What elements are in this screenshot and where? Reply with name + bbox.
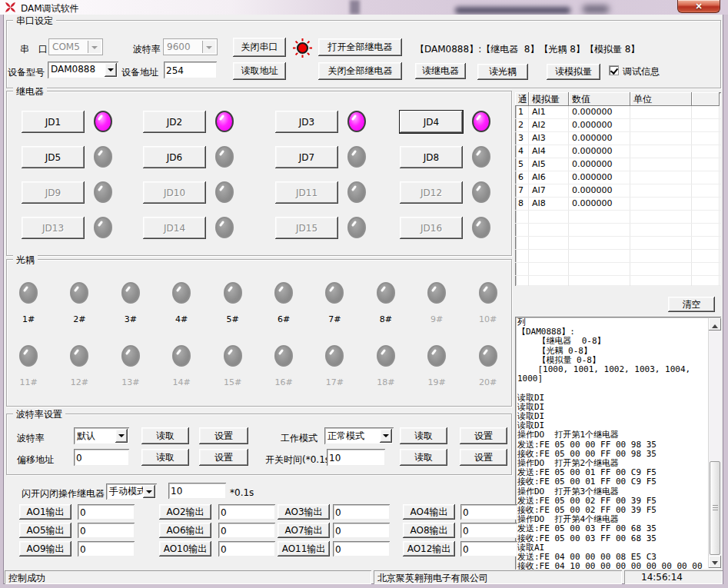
relay-button-jd12[interactable]: JD12	[400, 181, 463, 204]
work-mode-combobox[interactable]: 正常模式	[324, 427, 394, 444]
opto-led-16	[274, 345, 293, 367]
work-mode-read-button[interactable]: 读取	[400, 427, 447, 444]
close-all-relays-button[interactable]: 关闭全部继电器	[318, 62, 402, 80]
relay-button-jd5[interactable]: JD5	[22, 146, 85, 168]
ao-button-ao12[interactable]: AO12输出	[403, 541, 455, 556]
log-textarea[interactable]: 列 【DAM0888】: 【继电器 0-8】 【光耦 0-8】 【模拟量 0-8…	[515, 317, 721, 570]
read-address-button[interactable]: 读取地址	[233, 62, 286, 80]
ao-value-field-2[interactable]	[218, 504, 275, 520]
ao-value-field-3[interactable]	[333, 504, 390, 520]
open-all-relays-button[interactable]: 打开全部继电器	[318, 38, 402, 56]
ao-button-ao7[interactable]: AO7输出	[278, 523, 330, 538]
table-row[interactable]: 1AI10.000000	[515, 106, 721, 119]
analog-col-header[interactable]: 模拟量	[529, 92, 569, 106]
ao-value-field-1[interactable]	[78, 504, 135, 520]
table-cell	[692, 145, 720, 158]
baud-read-button[interactable]: 读取	[141, 427, 189, 444]
ao-button-ao5[interactable]: AO5输出	[19, 523, 71, 538]
close-serial-button[interactable]: 关闭串口	[233, 38, 286, 57]
ao-value-field-4[interactable]	[460, 504, 517, 520]
read-analog-button[interactable]: 读模拟量	[547, 64, 600, 80]
scroll-up-icon[interactable]	[709, 318, 721, 331]
device-address-field[interactable]	[164, 61, 217, 78]
baudrate-combobox[interactable]: 9600	[163, 38, 218, 55]
switch-time-read-button[interactable]: 读取	[400, 449, 447, 466]
relay-button-jd2[interactable]: JD2	[143, 111, 206, 133]
table-row[interactable]: 4AI40.000000	[515, 145, 721, 158]
ao-button-ao2[interactable]: AO2输出	[159, 504, 211, 520]
relay-button-jd11[interactable]: JD11	[275, 181, 338, 204]
ao-button-ao8[interactable]: AO8输出	[403, 523, 455, 538]
scroll-down-icon[interactable]	[709, 556, 721, 568]
device-model-combobox[interactable]: DAM0888	[48, 61, 118, 78]
baud-default-combobox[interactable]: 默认	[74, 427, 129, 444]
switch-time-field[interactable]	[327, 449, 385, 466]
debug-info-checkbox[interactable]	[609, 65, 619, 75]
port-combobox[interactable]: COM5	[48, 38, 103, 55]
offset-set-button[interactable]: 设置	[199, 449, 248, 466]
ao-value-field-5[interactable]	[78, 523, 135, 538]
relay-button-jd10[interactable]: JD10	[143, 181, 206, 204]
analog-col-header[interactable]: 单位	[630, 92, 692, 106]
relay-button-jd1[interactable]: JD1	[22, 111, 85, 133]
relay-button-jd13[interactable]: JD13	[22, 217, 85, 239]
relay-button-jd7[interactable]: JD7	[275, 146, 338, 168]
chevron-down-icon[interactable]	[380, 429, 392, 443]
table-row[interactable]: 6AI60.000000	[515, 171, 721, 184]
scrollbar-thumb[interactable]	[710, 461, 720, 555]
analog-col-header[interactable]: 通	[515, 92, 529, 106]
ao-value-field-7[interactable]	[333, 523, 390, 538]
table-row[interactable]: 8AI80.000000	[515, 198, 721, 211]
ao-button-ao1[interactable]: AO1输出	[19, 504, 71, 520]
flash-unit-label: *0.1s	[230, 487, 254, 498]
chevron-down-icon[interactable]	[202, 41, 215, 53]
chevron-down-icon[interactable]	[143, 485, 155, 498]
work-mode-set-button[interactable]: 设置	[460, 427, 507, 444]
offset-read-button[interactable]: 读取	[141, 449, 189, 466]
baud-set-button[interactable]: 设置	[199, 427, 248, 444]
read-relays-button[interactable]: 读继电器	[415, 63, 466, 79]
relay-button-jd14[interactable]: JD14	[143, 217, 206, 239]
analog-col-header[interactable]: 数值	[569, 92, 630, 106]
relay-button-jd3[interactable]: JD3	[275, 111, 338, 133]
ao-button-ao3[interactable]: AO3输出	[278, 504, 330, 520]
ao-value-field-12[interactable]	[460, 541, 517, 556]
chevron-down-icon[interactable]	[105, 63, 117, 77]
table-row[interactable]: 7AI70.000000	[515, 184, 721, 198]
close-button[interactable]: ✕	[677, 0, 720, 13]
relay-button-jd15[interactable]: JD15	[275, 217, 338, 239]
analog-col-header[interactable]	[692, 92, 720, 106]
table-cell: 4	[515, 145, 529, 158]
relay-button-jd16[interactable]: JD16	[400, 217, 463, 239]
flash-time-field[interactable]	[168, 483, 226, 499]
ao-button-ao10[interactable]: AO10输出	[159, 541, 211, 556]
ao-value-field-8[interactable]	[460, 523, 517, 538]
status-time: 14:56:14	[624, 570, 723, 584]
ao-button-ao9[interactable]: AO9输出	[19, 541, 71, 556]
ao-value-field-6[interactable]	[218, 523, 275, 538]
ao-button-ao6[interactable]: AO6输出	[159, 523, 211, 538]
relay-led-jd8	[472, 146, 490, 168]
ao-value-field-10[interactable]	[218, 541, 275, 556]
ao-value-field-9[interactable]	[78, 541, 135, 556]
ao-value-field-11[interactable]	[333, 541, 390, 556]
table-cell: 0.000000	[569, 171, 630, 184]
clear-log-button[interactable]: 清空	[668, 297, 715, 312]
log-scrollbar[interactable]	[708, 318, 721, 568]
relay-button-jd9[interactable]: JD9	[22, 181, 85, 204]
relay-button-jd8[interactable]: JD8	[400, 146, 463, 168]
ao-button-ao4[interactable]: AO4输出	[403, 504, 455, 520]
flash-mode-combobox[interactable]: 手动模式	[106, 483, 157, 500]
chevron-down-icon[interactable]	[88, 41, 101, 53]
table-row[interactable]: 3AI30.000000	[515, 132, 721, 145]
table-row[interactable]: 5AI50.000000	[515, 158, 721, 171]
relay-button-jd4[interactable]: JD4	[400, 111, 463, 133]
relay-button-jd6[interactable]: JD6	[143, 146, 206, 168]
table-cell: 7	[515, 184, 529, 197]
switch-time-set-button[interactable]: 设置	[460, 449, 507, 466]
chevron-down-icon[interactable]	[115, 429, 128, 443]
table-row[interactable]: 2AI20.000000	[515, 119, 721, 132]
offset-address-field[interactable]	[74, 449, 129, 466]
read-opto-button[interactable]: 读光耦	[477, 64, 528, 80]
ao-button-ao11[interactable]: AO11输出	[278, 541, 330, 556]
